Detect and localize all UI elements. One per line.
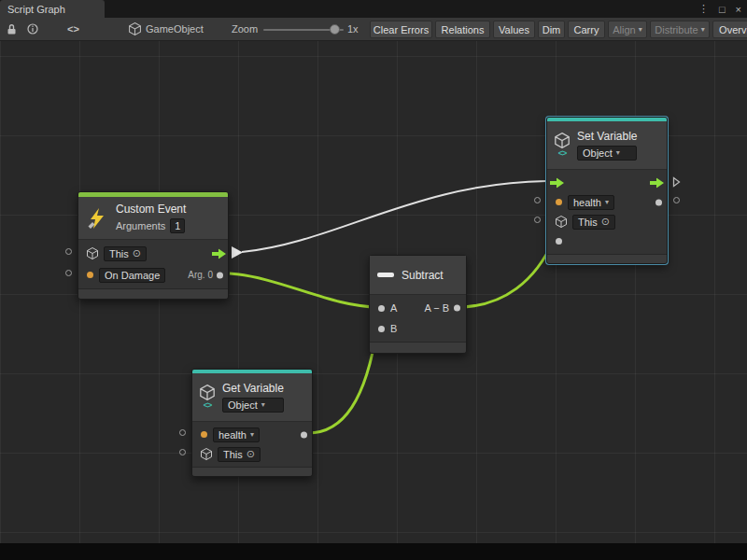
port-row-a: A A − B (370, 298, 466, 318)
arg0-output-label: Arg. 0 (188, 270, 213, 280)
zoom-label: Zoom (232, 18, 258, 40)
value-input-port[interactable] (556, 238, 562, 245)
variable-scope-dropdown[interactable]: Object ▾ (577, 146, 637, 161)
string-port-dot[interactable] (556, 199, 562, 205)
string-port-dot[interactable] (201, 431, 207, 438)
code-icon: <> (67, 23, 79, 35)
port-marker-customevent-this[interactable] (65, 248, 72, 255)
variable-icon: <> (200, 385, 215, 410)
event-name-field[interactable]: On Damage (99, 268, 165, 283)
port-row-event-name: On Damage Arg. 0 (78, 264, 228, 286)
toolbar-button-relations[interactable]: Relations (435, 21, 490, 38)
node-title: Get Variable (222, 383, 284, 394)
port-row-value-input (547, 231, 667, 251)
lock-icon (7, 23, 17, 35)
toolbar-button-clear-errors[interactable]: Clear Errors (370, 21, 432, 38)
port-marker-customevent-name[interactable] (65, 270, 72, 276)
variable-name-dropdown[interactable]: health ▾ (568, 195, 614, 210)
object-picker-icon: ⊙ (133, 248, 141, 259)
input-b-port[interactable] (378, 326, 385, 332)
flow-input-port[interactable] (550, 177, 564, 188)
port-marker-getvariable-name[interactable] (179, 429, 186, 436)
port-row-variable-name: health ▾ (547, 192, 667, 212)
zoom-slider-knob[interactable] (330, 24, 340, 35)
pane-menu-icon[interactable]: ⋮ (698, 3, 709, 15)
variable-scope-dropdown[interactable]: Object ▾ (222, 398, 284, 413)
port-row-b: B (370, 318, 466, 339)
toolbar-button-values[interactable]: Values (493, 21, 535, 38)
output-port[interactable] (454, 305, 460, 312)
chevron-down-icon: ▾ (701, 26, 705, 34)
port-marker-getvariable-this[interactable] (179, 449, 186, 455)
toolbar-button-overview[interactable]: Overview (712, 21, 747, 38)
zoom-value: 1x (347, 18, 359, 40)
subtract-icon (377, 273, 394, 277)
close-icon[interactable]: × (736, 4, 741, 15)
port-row-target: This ⊙ (78, 243, 228, 264)
value-output-port[interactable] (301, 431, 307, 438)
gameobject-cube-icon (129, 22, 141, 35)
node-footer (78, 288, 228, 299)
this-object-field[interactable]: This ⊙ (218, 447, 261, 462)
tab-strip: Script Graph ⋮ □ × (0, 0, 747, 18)
arguments-label: Arguments (116, 220, 165, 231)
window-controls: ⋮ □ × (698, 0, 741, 18)
node-title: Subtract (402, 270, 444, 281)
toolbar-button-distribute[interactable]: Distribute ▾ (650, 21, 710, 38)
toolbar-button-align[interactable]: Align ▾ (608, 21, 647, 38)
flow-output-port[interactable] (650, 177, 664, 188)
gameobject-cube-icon (556, 216, 567, 228)
node-set-variable[interactable]: <> Set Variable Object ▾ health ▾ (546, 117, 668, 264)
toolbar-button-carry[interactable]: Carry (568, 21, 605, 38)
this-object-field[interactable]: This ⊙ (572, 215, 615, 230)
node-get-variable[interactable]: <> Get Variable Object ▾ health ▾ This (191, 369, 313, 477)
maximize-icon[interactable]: □ (719, 4, 726, 15)
tab-title: Script Graph (7, 4, 65, 15)
gameobject-cube-icon (87, 247, 98, 259)
variable-name-dropdown[interactable]: health ▾ (213, 427, 260, 442)
node-subtract[interactable]: Subtract A A − B B (369, 255, 467, 354)
node-title: Custom Event (116, 203, 186, 215)
code-view-button[interactable]: <> (67, 18, 79, 40)
toolbar-button-dim[interactable]: Dim (538, 21, 565, 38)
chevron-down-icon: ▾ (639, 26, 642, 34)
port-marker-setvariable-this[interactable] (534, 217, 541, 223)
port-row-flow (547, 173, 667, 192)
this-object-field[interactable]: This ⊙ (104, 246, 147, 261)
custom-event-icon (86, 207, 108, 230)
port-row-target: This ⊙ (192, 444, 312, 464)
object-picker-icon: ⊙ (247, 449, 255, 459)
output-expression-label: A − B (424, 302, 449, 314)
gameobject-label: GameObject (146, 23, 204, 35)
lock-button[interactable] (7, 18, 17, 40)
info-icon (27, 23, 38, 35)
input-b-label: B (390, 323, 397, 334)
node-footer (547, 254, 667, 263)
port-marker-setvariable-flow-out[interactable] (672, 176, 681, 188)
inspect-button[interactable] (27, 18, 38, 40)
chevron-down-icon: ▾ (616, 149, 620, 157)
port-marker-setvariable-value-out[interactable] (673, 197, 680, 203)
string-port-dot[interactable] (87, 272, 93, 278)
value-output-port[interactable] (655, 199, 662, 205)
arg0-output-port[interactable] (217, 272, 223, 278)
canvas-bottom-edge (0, 543, 747, 560)
gameobject-context[interactable]: GameObject (129, 18, 204, 40)
arguments-count-field[interactable]: 1 (170, 218, 185, 233)
chevron-down-icon: ▾ (261, 401, 265, 409)
node-footer (192, 467, 312, 476)
port-marker-setvariable-name[interactable] (534, 197, 541, 203)
input-a-port[interactable] (378, 305, 385, 312)
flow-output-port[interactable] (212, 248, 226, 259)
input-a-label: A (390, 302, 397, 314)
tab-script-graph[interactable]: Script Graph (0, 0, 105, 18)
port-row-target: This ⊙ (547, 212, 667, 231)
node-title: Set Variable (577, 131, 637, 142)
graph-toolbar: <> GameObject Zoom 1x Clear Errors Relat… (0, 18, 747, 41)
node-custom-event[interactable]: Custom Event Arguments 1 This ⊙ On Damag… (78, 191, 229, 300)
port-row-variable-name: health ▾ (192, 425, 312, 444)
gameobject-cube-icon (201, 448, 212, 460)
object-picker-icon: ⊙ (601, 217, 610, 227)
chevron-down-icon: ▾ (250, 431, 254, 439)
chevron-down-icon: ▾ (605, 199, 609, 206)
